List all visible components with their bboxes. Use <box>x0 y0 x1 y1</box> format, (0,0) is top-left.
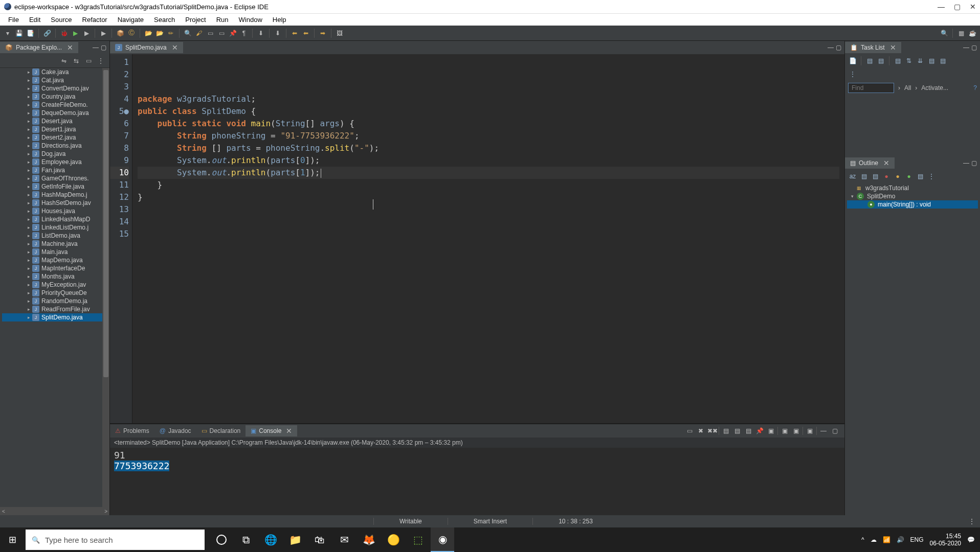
para-icon[interactable]: ¶ <box>239 29 249 38</box>
code-editor[interactable]: package w3gradsTutorial;public class Spl… <box>132 54 844 423</box>
save-icon[interactable]: 💾 <box>14 29 24 38</box>
find-input[interactable] <box>848 83 894 93</box>
tab-javadoc[interactable]: @Javadoc <box>154 426 196 436</box>
menu-source[interactable]: Source <box>46 15 77 25</box>
tree-item[interactable]: ▸ J Houses.java <box>2 207 109 215</box>
display-icon[interactable]: ▣ <box>766 427 775 434</box>
tree-item[interactable]: ▸ J MapInterfaceDe <box>2 264 109 272</box>
task-tag-icon[interactable]: ▭ <box>217 29 226 38</box>
tray-volume-icon[interactable]: 🔊 <box>897 536 904 543</box>
console-output[interactable]: 91 7753936222 <box>110 448 844 473</box>
scrollbar-vertical[interactable] <box>102 68 109 507</box>
tree-item[interactable]: ▸ J MyException.jav <box>2 281 109 289</box>
debug-icon[interactable]: 🐞 <box>59 29 69 38</box>
menu-run[interactable]: Run <box>211 15 234 25</box>
chrome-icon[interactable]: 🟡 <box>382 527 405 552</box>
search-type-icon[interactable]: 🔍 <box>183 29 192 38</box>
close-icon[interactable]: ✕ <box>67 43 73 52</box>
open-type-icon[interactable]: 📂 <box>144 29 153 38</box>
word-wrap-icon[interactable]: ▤ <box>744 427 753 434</box>
new-icon[interactable]: ▾ <box>3 29 12 38</box>
help-icon[interactable]: ? <box>973 84 977 91</box>
new-package-icon[interactable]: 📦 <box>116 29 125 38</box>
tray-lang[interactable]: ENG <box>910 536 924 543</box>
menu-project[interactable]: Project <box>180 15 211 25</box>
scroll-lock-icon[interactable]: ▤ <box>732 427 742 434</box>
package-explorer-tab[interactable]: 📦 Package Explo... ✕ <box>0 42 78 53</box>
tree-item[interactable]: ▸ J Desert1.java <box>2 125 109 133</box>
taskbar-search[interactable]: 🔍 Type here to search <box>26 530 205 550</box>
outline-tab[interactable]: ▤ Outline ✕ <box>845 157 895 169</box>
focus-icon[interactable]: ▭ <box>84 56 93 65</box>
annotation-icon[interactable]: 🖌 <box>194 29 204 38</box>
outline-tree[interactable]: ▦ w3gradsTutorial ▾ C SplitDemo ● main(S… <box>845 183 980 210</box>
tray-onedrive-icon[interactable]: ☁ <box>871 536 877 543</box>
tab-console[interactable]: ▣Console✕ <box>246 425 297 436</box>
tree-item[interactable]: ▸ J Desert.java <box>2 117 109 125</box>
tree-item[interactable]: ▸ J GameOfThrones. <box>2 174 109 182</box>
status-menu-icon[interactable]: ⋮ <box>969 518 975 525</box>
link-outline-icon[interactable]: ● <box>904 172 914 181</box>
tree-item[interactable]: ▸ J CreateFileDemo. <box>2 101 109 109</box>
minimize-button[interactable]: — <box>938 3 945 11</box>
new-console-icon[interactable]: ▣ <box>791 427 800 434</box>
close-icon[interactable]: ✕ <box>890 43 896 52</box>
tray-wifi-icon[interactable]: 📶 <box>883 536 890 543</box>
run-icon[interactable]: ▶ <box>71 29 80 38</box>
tree-item[interactable]: ▸ J LinkedListDemo.j <box>2 223 109 232</box>
tree-item[interactable]: ▸ J Dog.java <box>2 150 109 158</box>
camtasia-icon[interactable]: ⬚ <box>406 527 430 552</box>
scrollbar-horizontal[interactable]: <> <box>0 507 109 515</box>
maximize-console-icon[interactable]: ▢ <box>830 427 839 434</box>
bookmark-icon[interactable]: ▭ <box>206 29 215 38</box>
search-global-icon[interactable]: 🔍 <box>940 29 949 38</box>
clear-icon[interactable]: ▤ <box>721 427 730 434</box>
coverage-icon[interactable]: ▶ <box>82 29 91 38</box>
tab-declaration[interactable]: ▭Declaration <box>196 426 246 436</box>
collapse-tasks-icon[interactable]: ⇊ <box>916 56 925 65</box>
menu-file[interactable]: File <box>3 15 24 25</box>
close-button[interactable]: ✕ <box>970 3 976 11</box>
find-activate[interactable]: Activate... <box>921 84 948 91</box>
start-button[interactable]: ⊞ <box>0 527 25 552</box>
perspective-icon[interactable]: 🖼 <box>335 29 344 38</box>
pin-icon[interactable]: 📌 <box>228 29 237 38</box>
minimize-view-icon[interactable]: — <box>963 44 969 51</box>
tree-item[interactable]: ▸ J PriorityQueueDe <box>2 289 109 297</box>
tree-item[interactable]: ▸ J Employee.java <box>2 158 109 166</box>
eclipse-taskbar-icon[interactable]: ◉ <box>431 527 454 552</box>
tree-item[interactable]: ▸ J LinkedHashMapD <box>2 215 109 223</box>
remove-launch-icon[interactable]: ✖ <box>696 427 705 434</box>
task-menu-icon[interactable]: ⋮ <box>848 70 857 79</box>
tray-clock[interactable]: 15:45 06-05-2020 <box>930 533 961 547</box>
tree-item[interactable]: ▸ J HashSetDemo.jav <box>2 199 109 207</box>
task-list-tab[interactable]: 📋 Task List ✕ <box>845 42 901 53</box>
hide-nonpublic-icon[interactable]: ● <box>882 172 891 181</box>
tree-item[interactable]: ▸ J Desert2.java <box>2 133 109 142</box>
open-task-icon[interactable]: 📂 <box>155 29 164 38</box>
tree-item[interactable]: ▸ J Main.java <box>2 248 109 256</box>
pin-console-icon[interactable]: 📌 <box>755 427 764 434</box>
schedule-icon[interactable]: ▤ <box>876 56 885 65</box>
menu-search[interactable]: Search <box>149 15 180 25</box>
tree-item[interactable]: ▸ J ReadFromFile.jav <box>2 305 109 313</box>
mail-icon[interactable]: ✉ <box>332 527 356 552</box>
tree-item[interactable]: ▸ J HashMapDemo.j <box>2 191 109 199</box>
find-all[interactable]: All <box>904 84 911 91</box>
tree-item[interactable]: ▸ J Country.java <box>2 93 109 101</box>
presentation-icon[interactable]: ▤ <box>938 56 947 65</box>
filter-tasks-icon[interactable]: ▤ <box>927 56 936 65</box>
tree-item[interactable]: ▸ J MapDemo.java <box>2 256 109 264</box>
minimize-console-icon[interactable]: — <box>819 427 828 434</box>
tree-item[interactable]: ▸ J Cat.java <box>2 76 109 84</box>
cortana-icon[interactable] <box>210 527 233 552</box>
minimize-view-icon[interactable]: — <box>93 44 99 51</box>
hide-fields-icon[interactable]: ▤ <box>859 172 868 181</box>
outline-menu-icon[interactable]: ⋮ <box>927 172 936 181</box>
tree-item[interactable]: ▸ J Cake.java <box>2 68 109 76</box>
tree-item[interactable]: ▸ J RandomDemo.ja <box>2 297 109 305</box>
save-all-icon[interactable]: 📑 <box>26 29 35 38</box>
link-editor-icon[interactable]: ⇆ <box>72 56 81 65</box>
tree-item[interactable]: ▸ J ConvertDemo.jav <box>2 84 109 93</box>
link-icon[interactable]: 🔗 <box>42 29 52 38</box>
